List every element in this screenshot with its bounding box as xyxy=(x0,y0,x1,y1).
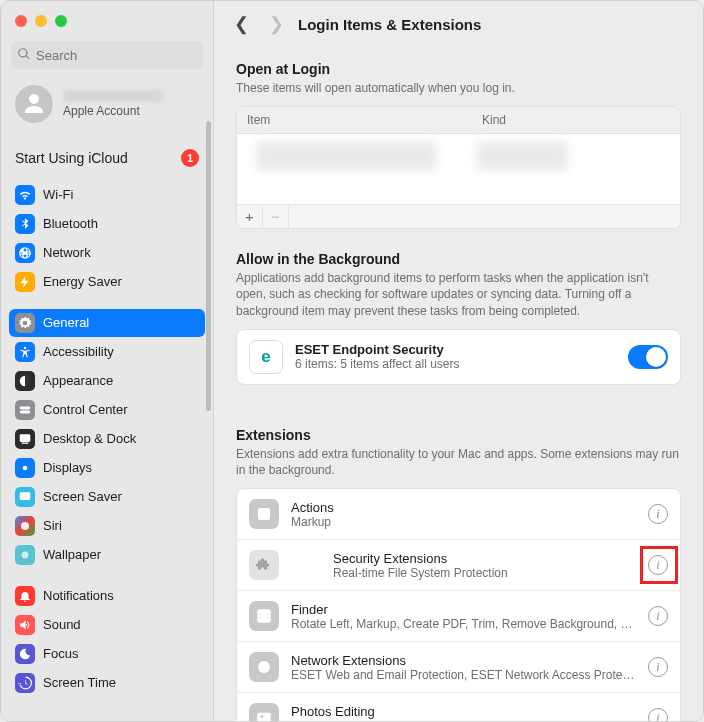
sidebar-item-label: Displays xyxy=(43,458,92,478)
svg-point-11 xyxy=(258,661,270,673)
sidebar-item-label: Siri xyxy=(43,516,62,536)
appearance-icon xyxy=(15,371,35,391)
sidebar-item-bluetooth[interactable]: Bluetooth xyxy=(9,210,205,238)
column-kind[interactable]: Kind xyxy=(472,107,680,133)
sidebar-item-sound[interactable]: Sound xyxy=(9,611,205,639)
sidebar-item-network[interactable]: Network xyxy=(9,239,205,267)
extension-title: Network Extensions xyxy=(291,653,636,668)
sidebar-item-notifications[interactable]: Notifications xyxy=(9,582,205,610)
account-row[interactable]: Apple Account xyxy=(1,79,213,133)
sound-icon xyxy=(15,615,35,635)
minimize-window-button[interactable] xyxy=(35,15,47,27)
extension-sub: Rotate Left, Markup, Create PDF, Trim, R… xyxy=(291,617,636,631)
zoom-window-button[interactable] xyxy=(55,15,67,27)
svg-rect-2 xyxy=(20,411,31,414)
accessibility-icon xyxy=(15,342,35,362)
sidebar-item-label: Wallpaper xyxy=(43,545,101,565)
extension-title: Photos Editing xyxy=(291,704,636,719)
sidebar-item-label: Sound xyxy=(43,615,81,635)
svg-point-13 xyxy=(260,715,263,718)
energy-icon xyxy=(15,272,35,292)
remove-item-button[interactable]: − xyxy=(263,206,289,228)
sidebar-item-wifi[interactable]: Wi-Fi xyxy=(9,181,205,209)
close-window-button[interactable] xyxy=(15,15,27,27)
extension-title: Actions xyxy=(291,500,636,515)
sidebar-item-general[interactable]: General xyxy=(9,309,205,337)
background-item-eset: e ESET Endpoint Security 6 items: 5 item… xyxy=(236,329,681,385)
sidebar-item-control-center[interactable]: Control Center xyxy=(9,396,205,424)
dock-icon xyxy=(15,429,35,449)
network-icon xyxy=(15,243,35,263)
info-button[interactable]: i xyxy=(648,708,668,721)
background-item-sub: 6 items: 5 items affect all users xyxy=(295,357,616,371)
search-input[interactable] xyxy=(36,48,204,63)
back-button[interactable]: ❮ xyxy=(234,13,249,35)
screensaver-icon xyxy=(15,487,35,507)
add-item-button[interactable]: + xyxy=(237,206,263,228)
sidebar-item-label: General xyxy=(43,313,89,333)
actions-icon xyxy=(249,499,279,529)
svg-point-0 xyxy=(24,347,26,349)
column-item[interactable]: Item xyxy=(237,107,472,133)
sidebar-item-label: Accessibility xyxy=(43,342,114,362)
sidebar-item-displays[interactable]: Displays xyxy=(9,454,205,482)
wallpaper-icon xyxy=(15,545,35,565)
extension-sub: Real-time File System Protection xyxy=(333,566,636,580)
extension-title: Finder xyxy=(291,602,636,617)
extensions-desc: Extensions add extra functionality to yo… xyxy=(236,446,681,478)
screentime-icon xyxy=(15,673,35,693)
forward-button[interactable]: ❯ xyxy=(269,13,284,35)
svg-rect-1 xyxy=(20,407,31,410)
search-field[interactable] xyxy=(11,41,203,69)
sidebar-item-label: Notifications xyxy=(43,586,114,606)
info-button[interactable]: i xyxy=(648,657,668,677)
bell-icon xyxy=(15,586,35,606)
settings-window: Apple Account Start Using iCloud 1 Wi-Fi… xyxy=(0,0,704,722)
extension-row-security[interactable]: Security Extensions Real-time File Syste… xyxy=(237,540,680,591)
extension-row-actions[interactable]: Actions Markup i xyxy=(237,489,680,540)
sidebar-item-siri[interactable]: Siri xyxy=(9,512,205,540)
svg-rect-12 xyxy=(257,713,271,721)
content-header: ❮ ❯ Login Items & Extensions xyxy=(214,1,703,45)
svg-point-8 xyxy=(22,552,29,559)
extension-row-photos[interactable]: Photos Editing Markup i xyxy=(237,693,680,721)
background-heading: Allow in the Background xyxy=(236,251,681,267)
sidebar-scrollbar[interactable] xyxy=(206,121,211,713)
sidebar-item-accessibility[interactable]: Accessibility xyxy=(9,338,205,366)
content-pane: ❮ ❯ Login Items & Extensions Open at Log… xyxy=(214,1,703,721)
info-button[interactable]: i xyxy=(648,504,668,524)
bluetooth-icon xyxy=(15,214,35,234)
window-controls xyxy=(1,1,213,37)
account-name-redacted xyxy=(63,90,163,102)
sidebar-item-focus[interactable]: Focus xyxy=(9,640,205,668)
info-button[interactable]: i xyxy=(648,606,668,626)
background-item-toggle[interactable] xyxy=(628,345,668,369)
sidebar-item-energy[interactable]: Energy Saver xyxy=(9,268,205,296)
login-items-body[interactable] xyxy=(237,134,680,204)
sidebar-item-screen-saver[interactable]: Screen Saver xyxy=(9,483,205,511)
extension-row-network[interactable]: Network Extensions ESET Web and Email Pr… xyxy=(237,642,680,693)
page-title: Login Items & Extensions xyxy=(298,16,481,33)
focus-icon xyxy=(15,644,35,664)
sidebar-item-screen-time[interactable]: Screen Time xyxy=(9,669,205,697)
sidebar-item-label: Wi-Fi xyxy=(43,185,73,205)
sidebar-item-label: Focus xyxy=(43,644,78,664)
network-ext-icon xyxy=(249,652,279,682)
gear-icon xyxy=(15,313,35,333)
sidebar-item-appearance[interactable]: Appearance xyxy=(9,367,205,395)
avatar xyxy=(15,85,53,123)
finder-icon xyxy=(249,601,279,631)
sidebar-item-label: Bluetooth xyxy=(43,214,98,234)
extensions-heading: Extensions xyxy=(236,427,681,443)
start-using-icloud-row[interactable]: Start Using iCloud 1 xyxy=(1,133,213,181)
extension-row-finder[interactable]: Finder Rotate Left, Markup, Create PDF, … xyxy=(237,591,680,642)
background-desc: Applications add background items to per… xyxy=(236,270,681,319)
search-icon xyxy=(17,47,36,64)
sidebar-item-wallpaper[interactable]: Wallpaper xyxy=(9,541,205,569)
background-item-title: ESET Endpoint Security xyxy=(295,342,616,357)
icloud-label: Start Using iCloud xyxy=(15,150,128,166)
sidebar-item-desktop-dock[interactable]: Desktop & Dock xyxy=(9,425,205,453)
displays-icon xyxy=(15,458,35,478)
sidebar: Apple Account Start Using iCloud 1 Wi-Fi… xyxy=(1,1,214,721)
login-items-table: Item Kind + − xyxy=(236,106,681,229)
